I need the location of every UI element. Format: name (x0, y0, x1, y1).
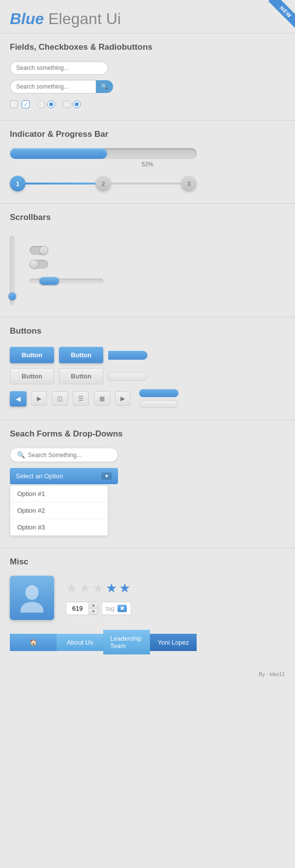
number-spinners: ▲ ▼ (88, 602, 98, 615)
stars-area: ★ ★ ★ ★ ★ 619 ▲ ▼ tag (66, 576, 131, 615)
progress-bar-container (10, 148, 197, 159)
step-3[interactable]: 3 (181, 176, 197, 191)
svg-point-0 (26, 585, 39, 600)
pill-btn-gray[interactable] (139, 400, 178, 408)
scrollbars-section: Scrollbars (0, 205, 295, 317)
corner-banner: NEW (256, 0, 295, 39)
number-input-box: 619 ▲ ▼ (66, 602, 98, 615)
buttons-row-3: ◀ ▶ ◫ ☰ ▦ ▶ (10, 389, 285, 408)
icon-btn-video[interactable]: ▶ (115, 391, 130, 406)
search-input-with-button: 🔍 (10, 80, 108, 93)
misc-title: Misc (10, 557, 285, 567)
scrollbars-title: Scrollbars (10, 213, 285, 222)
dropdown-item-2[interactable]: Option #2 (10, 502, 108, 519)
dropdown-button[interactable]: Select an Option ▼ (10, 468, 118, 484)
dropdown-item-3[interactable]: Option #3 (10, 519, 108, 535)
toggles-area (30, 236, 103, 283)
spinner-down[interactable]: ▼ (89, 609, 98, 615)
progress-label: 52% (10, 161, 285, 168)
icon-btn-grid[interactable]: ◫ (52, 391, 68, 406)
fields-title: Fields, Checkboxes & Radiobuttons (10, 42, 285, 52)
checkbox-checked[interactable]: ✓ (22, 100, 30, 108)
radio-unchecked-1[interactable] (37, 100, 45, 108)
stars-row: ★ ★ ★ ★ ★ (66, 581, 131, 596)
title-rest: Elegant Ui (44, 10, 121, 28)
tag-label: tag (106, 605, 115, 612)
star-4[interactable]: ★ (106, 581, 117, 596)
breadcrumb-about-us[interactable]: About Us (57, 634, 103, 651)
avatar-silhouette-icon (20, 583, 44, 613)
star-1[interactable]: ★ (66, 581, 77, 596)
breadcrumb-nav: 🏠 About Us Leadership Team Yoni Lopez (10, 630, 197, 654)
number-input-row: 619 ▲ ▼ tag ✖ (66, 602, 131, 615)
button-outline-2[interactable]: Button (59, 368, 103, 384)
search-forms-title: Seach Forms & Drop-Downs (10, 429, 285, 439)
toggle-track-2[interactable] (30, 260, 48, 269)
footer-credit: By : kiko11 (259, 671, 285, 677)
page-header: Blue Elegant Ui (0, 0, 295, 33)
spinner-up[interactable]: ▲ (89, 602, 98, 609)
page-title: Blue Elegant Ui (10, 10, 285, 28)
search-form-input[interactable] (28, 452, 111, 459)
horizontal-thumb[interactable] (39, 277, 59, 285)
button-arrow-blue[interactable] (108, 351, 148, 360)
number-input[interactable]: 619 (66, 602, 88, 615)
icon-btn-left[interactable]: ◀ (10, 391, 27, 406)
title-blue: Blue (10, 10, 44, 28)
icon-btn-columns[interactable]: ▦ (94, 391, 110, 406)
fields-section: Fields, Checkboxes & Radiobuttons 🔍 ✓ (0, 34, 295, 120)
breadcrumb-yoni[interactable]: Yoni Lopez (150, 634, 197, 651)
misc-row: ★ ★ ★ ★ ★ 619 ▲ ▼ tag (10, 576, 285, 620)
search-input-btn[interactable] (10, 80, 96, 93)
button-arrow-gray[interactable] (108, 372, 148, 381)
vertical-scrollbar[interactable] (10, 236, 15, 305)
step-progress: 1 2 3 (10, 176, 197, 191)
dropdown-label: Select an Option (16, 472, 63, 480)
icon-btn-list[interactable]: ☰ (73, 391, 89, 406)
buttons-grid: Button Button Button Button ◀ ▶ ◫ ☰ ▦ ▶ (10, 345, 285, 408)
button-blue-2[interactable]: Button (59, 347, 103, 363)
radio-group-1 (37, 100, 55, 108)
toggle-knob-2 (30, 260, 38, 268)
icon-btn-right[interactable]: ▶ (31, 391, 47, 406)
star-3[interactable]: ★ (92, 581, 104, 596)
toggle-track-1[interactable] (30, 246, 48, 255)
buttons-title: Buttons (10, 326, 285, 336)
svg-point-1 (21, 602, 44, 613)
search-icon-sm: 🔍 (17, 451, 25, 459)
radio-unchecked-2[interactable] (63, 100, 71, 108)
star-5[interactable]: ★ (119, 581, 130, 596)
indicator-section: Indicator & Progress Bar 52% 1 2 3 (0, 122, 295, 203)
footer: By : kiko11 (0, 666, 295, 682)
star-2[interactable]: ★ (79, 581, 90, 596)
pill-btn-blue[interactable] (139, 389, 178, 397)
breadcrumb-home[interactable]: 🏠 (10, 634, 57, 651)
dropdown-item-1[interactable]: Option #1 (10, 486, 108, 502)
step-1[interactable]: 1 (10, 176, 26, 191)
tag-remove-button[interactable]: ✖ (118, 605, 127, 612)
button-blue-1[interactable]: Button (10, 347, 54, 363)
step-2[interactable]: 2 (95, 176, 111, 191)
toggle-1[interactable] (30, 246, 103, 255)
misc-right: ★ ★ ★ ★ ★ 619 ▲ ▼ tag (66, 576, 131, 615)
search-input-plain[interactable] (10, 61, 108, 75)
dropdown-arrow-icon: ▼ (101, 472, 112, 480)
checkbox-unchecked[interactable] (10, 100, 18, 108)
vertical-thumb[interactable] (8, 292, 16, 300)
radio-checked-1[interactable] (47, 100, 55, 108)
indicator-title: Indicator & Progress Bar (10, 129, 285, 139)
buttons-section: Buttons Button Button Button Button ◀ ▶ … (0, 318, 295, 420)
buttons-row-1: Button Button (10, 347, 285, 363)
search-form-row: 🔍 (10, 448, 118, 462)
radio-checked-2[interactable] (73, 100, 81, 108)
search-forms-section: Seach Forms & Drop-Downs 🔍 Select an Opt… (0, 421, 295, 548)
horizontal-scrollbar[interactable] (30, 279, 103, 283)
toggle-2[interactable] (30, 260, 103, 269)
breadcrumb-leadership[interactable]: Leadership Team (103, 630, 150, 654)
button-outline-1[interactable]: Button (10, 368, 54, 384)
avatar (10, 576, 54, 620)
banner-label: NEW (268, 0, 295, 30)
search-submit-button[interactable]: 🔍 (96, 80, 113, 93)
toggle-knob-1 (40, 247, 48, 254)
misc-section: Misc ★ ★ ★ ★ ★ 619 (0, 549, 295, 666)
